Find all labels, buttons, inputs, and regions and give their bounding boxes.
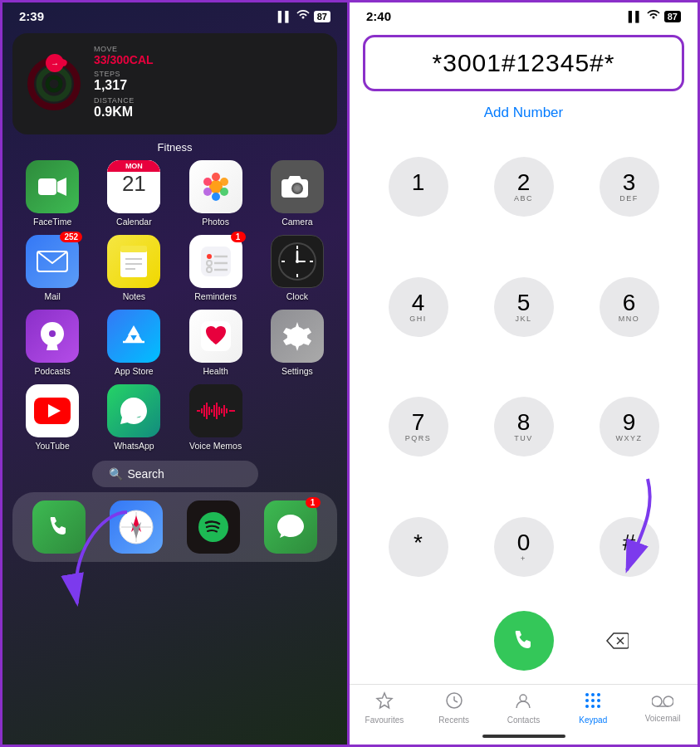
key-main-10: 0 xyxy=(517,531,531,554)
key-0[interactable]: 0+ xyxy=(494,517,554,577)
key-1[interactable]: 1 xyxy=(389,157,448,217)
key-9[interactable]: 9WXYZ xyxy=(600,397,659,456)
tab-favourites[interactable]: Favourites xyxy=(360,691,409,725)
svg-point-10 xyxy=(212,193,220,201)
app-appstore[interactable]: App Store xyxy=(97,310,170,376)
key-sub-4: JKL xyxy=(515,315,531,323)
key-6[interactable]: 6MNO xyxy=(600,277,659,337)
svg-point-75 xyxy=(585,699,589,702)
svg-point-12 xyxy=(203,178,212,186)
settings-label: Settings xyxy=(281,366,313,376)
app-podcasts[interactable]: Podcasts xyxy=(16,310,89,376)
key-sub-1: ABC xyxy=(514,194,533,203)
tab-recents[interactable]: Recents xyxy=(429,691,479,725)
svg-point-38 xyxy=(49,330,56,337)
svg-point-3 xyxy=(47,77,61,90)
app-reminders[interactable]: 1 Reminders xyxy=(179,235,252,301)
podcasts-label: Podcasts xyxy=(35,366,71,376)
tab-contacts[interactable]: Contacts xyxy=(498,691,548,725)
camera-label: Camera xyxy=(281,217,312,227)
svg-rect-22 xyxy=(201,247,231,276)
status-indicators-left: ▌▌ 87 xyxy=(278,10,330,22)
key-8[interactable]: 8TUV xyxy=(494,397,554,456)
wifi-icon-right xyxy=(647,10,660,22)
activity-ring: → xyxy=(26,56,82,112)
key-main-1: 2 xyxy=(517,171,531,194)
tab-keypad[interactable]: Keypad xyxy=(568,691,618,725)
svg-point-74 xyxy=(597,693,600,696)
calendar-icon: MON 21 xyxy=(107,160,160,213)
key-main-2: 3 xyxy=(623,171,636,194)
dock-messages[interactable]: 1 xyxy=(264,500,317,554)
keypad-tab-label: Keypad xyxy=(579,715,607,725)
facetime-label: FaceTime xyxy=(33,217,71,227)
svg-marker-67 xyxy=(377,693,392,708)
key-sub-3: GHI xyxy=(409,315,427,323)
svg-point-82 xyxy=(663,696,673,706)
search-bar[interactable]: 🔍 Search xyxy=(92,461,258,487)
messages-badge: 1 xyxy=(306,497,321,508)
delete-button[interactable] xyxy=(587,611,647,671)
podcasts-icon xyxy=(26,310,79,363)
key-main-6: 7 xyxy=(412,411,425,434)
fitness-stats: MOVE 33/300CAL STEPS 1,317 DISTANCE 0.9K… xyxy=(94,45,324,123)
key-7[interactable]: 7PQRS xyxy=(389,397,448,456)
svg-line-70 xyxy=(454,701,458,702)
keypad-tab-icon xyxy=(584,691,602,714)
status-bar-left: 2:39 ▌▌ 87 xyxy=(2,2,347,27)
app-youtube[interactable]: YouTube xyxy=(16,384,89,451)
key-sub-8: WXYZ xyxy=(616,434,643,442)
status-bar-right: 2:40 ▌▌ 87 xyxy=(350,2,698,27)
photos-label: Photos xyxy=(202,217,229,227)
steps-value: 1,317 xyxy=(94,78,324,93)
app-notes[interactable]: Notes xyxy=(97,235,170,301)
spotify-dock-icon xyxy=(187,500,240,554)
whatsapp-label: WhatsApp xyxy=(114,441,154,451)
voicememos-icon xyxy=(189,384,242,437)
whatsapp-icon xyxy=(107,384,160,437)
home-indicator xyxy=(350,728,698,745)
svg-point-7 xyxy=(212,173,220,181)
app-voicememos[interactable]: Voice Memos xyxy=(179,384,252,451)
search-label: Search xyxy=(128,467,164,481)
messages-dock-icon: 1 xyxy=(264,500,317,554)
key-3[interactable]: 3DEF xyxy=(600,157,659,217)
key-main-3: 4 xyxy=(412,291,425,315)
reminders-label: Reminders xyxy=(194,291,237,301)
app-facetime[interactable]: FaceTime xyxy=(16,160,89,227)
time-right: 2:40 xyxy=(366,9,391,23)
right-panel: 2:40 ▌▌ 87 *3001#12345#* Add Number 12AB… xyxy=(350,0,700,747)
reminders-icon: 1 xyxy=(189,235,242,288)
photos-icon xyxy=(189,160,242,213)
app-camera[interactable]: Camera xyxy=(261,160,334,227)
dock-spotify[interactable] xyxy=(187,500,240,554)
app-photos[interactable]: Photos xyxy=(179,160,252,227)
app-settings[interactable]: Settings xyxy=(261,310,334,376)
key-main-4: 5 xyxy=(517,291,531,315)
add-number-link[interactable]: Add Number xyxy=(350,105,698,121)
arrow-left xyxy=(52,504,152,620)
app-calendar[interactable]: MON 21 Calendar xyxy=(97,160,170,227)
fitness-widget[interactable]: → MOVE 33/300CAL STEPS 1,317 DISTANCE 0.… xyxy=(12,33,337,134)
key-4[interactable]: 4GHI xyxy=(389,277,448,337)
svg-point-11 xyxy=(203,188,212,196)
app-health[interactable]: Health xyxy=(179,310,252,376)
reminders-badge: 1 xyxy=(231,232,246,242)
section-fitness: Fitness xyxy=(2,141,347,154)
search-icon: 🔍 xyxy=(109,467,123,481)
distance-value: 0.9KM xyxy=(94,105,324,120)
key-5[interactable]: 5JKL xyxy=(494,277,554,337)
app-mail[interactable]: 252 Mail xyxy=(16,235,89,301)
call-button[interactable] xyxy=(494,611,554,671)
key-2[interactable]: 2ABC xyxy=(494,157,554,217)
clock-label: Clock xyxy=(286,291,308,301)
key-main-8: 9 xyxy=(623,411,636,434)
key-*[interactable]: * xyxy=(389,517,448,577)
move-arrow: → xyxy=(46,54,64,72)
tab-voicemail[interactable]: Voicemail xyxy=(638,693,688,723)
app-clock[interactable]: Clock xyxy=(261,235,334,301)
svg-point-80 xyxy=(597,705,600,708)
key-sub-6: PQRS xyxy=(405,434,432,442)
app-whatsapp[interactable]: WhatsApp xyxy=(97,384,170,451)
camera-icon xyxy=(271,160,324,213)
